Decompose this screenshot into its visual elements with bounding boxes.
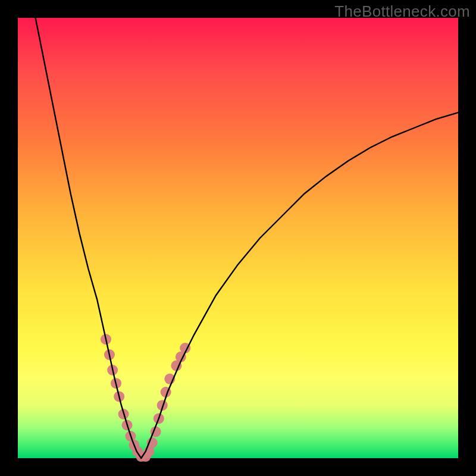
plot-area — [18, 18, 458, 458]
curve-right-branch — [141, 112, 458, 458]
markers-layer — [101, 334, 190, 462]
chart-svg — [18, 18, 458, 458]
chart-stage: TheBottleneck.com — [0, 0, 476, 476]
curve-left-branch — [36, 18, 142, 458]
